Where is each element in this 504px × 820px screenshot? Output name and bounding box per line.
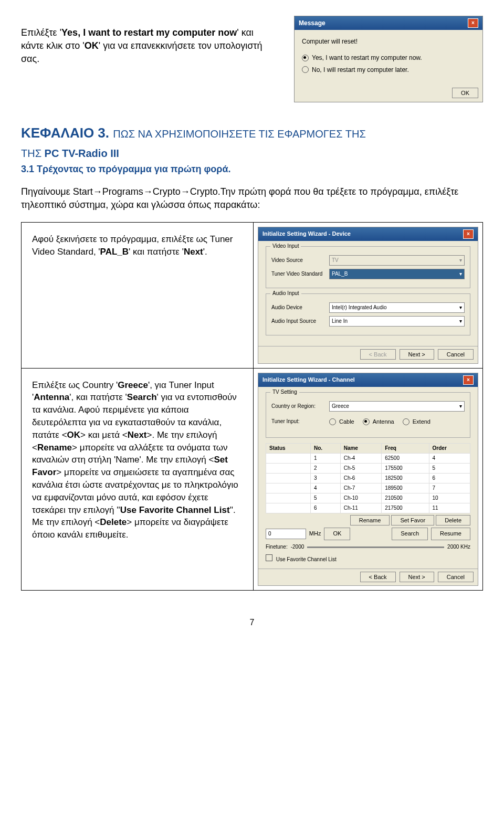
video-source-dropdown[interactable]: TV▾ bbox=[329, 255, 465, 266]
chevron-down-icon: ▾ bbox=[459, 403, 462, 410]
finetune-label: Finetune: bbox=[266, 543, 288, 551]
row1-text: Αφού ξεκινήσετε το πρόγραμμα, επιλέξτε ω… bbox=[22, 223, 254, 367]
table-row[interactable]: 5Ch-1021050010 bbox=[266, 493, 470, 503]
group-video-input: Video Input bbox=[270, 243, 301, 250]
section-title: 3.1 Τρέχοντας το πρόγραμμα για πρώτη φορ… bbox=[21, 163, 483, 176]
table-row[interactable]: 4Ch-71895007 bbox=[266, 483, 470, 493]
th-freq: Freq bbox=[382, 443, 429, 453]
country-dropdown[interactable]: Greece▾ bbox=[329, 401, 465, 412]
cancel-button[interactable]: Cancel bbox=[438, 349, 474, 360]
dialog-title: Message bbox=[299, 19, 326, 28]
wizard-title: Initialize Setting Wizard - Channel bbox=[262, 376, 355, 384]
radio-restart-later[interactable]: No, I will restart my computer later. bbox=[302, 66, 475, 75]
ok-button[interactable]: OK bbox=[452, 88, 478, 98]
label-country: Country or Region: bbox=[271, 403, 329, 410]
label-audio-device: Audio Device bbox=[271, 304, 329, 311]
wizard-device-dialog: Initialize Setting Wizard - Device × Vid… bbox=[258, 227, 478, 363]
search-button[interactable]: Search bbox=[392, 528, 428, 540]
radio-icon bbox=[302, 55, 309, 61]
wizard-title: Initialize Setting Wizard - Device bbox=[262, 230, 351, 238]
ok-button[interactable]: OK bbox=[324, 528, 350, 540]
audio-device-dropdown[interactable]: Intel(r) Integrated Audio▾ bbox=[329, 302, 465, 313]
close-icon[interactable]: × bbox=[463, 229, 474, 239]
radio-cable[interactable]: Cable bbox=[329, 418, 354, 426]
group-tv-setting: TV Setting bbox=[270, 388, 299, 396]
th-no: No. bbox=[310, 443, 340, 453]
use-favorite-label: Use Favorite Channel List bbox=[276, 556, 337, 562]
mhz-label: MHz bbox=[309, 530, 321, 538]
back-button[interactable]: < Back bbox=[360, 572, 396, 582]
intro-paragraph: Επιλέξτε 'Yes, I want to restart my comp… bbox=[21, 16, 273, 102]
finetune-lo: -2000 bbox=[291, 543, 304, 551]
row2-text: Επιλέξτε ως Country 'Greece', για Tuner … bbox=[22, 369, 254, 591]
th-order: Order bbox=[429, 443, 470, 453]
rename-button[interactable]: Rename bbox=[350, 515, 390, 525]
label-video-source: Video Source bbox=[271, 257, 329, 264]
instruction-paragraph: Πηγαίνουμε Start→Programs→Crypto→Crypto.… bbox=[21, 185, 483, 212]
audio-input-source-dropdown[interactable]: Line In▾ bbox=[329, 316, 465, 327]
close-icon[interactable]: × bbox=[468, 18, 478, 28]
set-favor-button[interactable]: Set Favor bbox=[391, 515, 434, 525]
chevron-down-icon: ▾ bbox=[459, 270, 462, 278]
radio-label: Yes, I want to restart my computer now. bbox=[312, 54, 422, 62]
finetune-hi: 2000 KHz bbox=[447, 543, 470, 551]
freq-input[interactable]: 0 bbox=[266, 529, 306, 539]
group-audio-input: Audio Input bbox=[270, 290, 301, 297]
label-tuner-video-standard: Tuner Video Standard bbox=[271, 270, 329, 278]
finetune-slider[interactable] bbox=[307, 546, 444, 548]
cancel-button[interactable]: Cancel bbox=[438, 572, 474, 582]
radio-antenna[interactable]: Antenna bbox=[363, 418, 394, 426]
chapter-title: ΚΕΦΑΛΑΙΟ 3. ΠΩΣ ΝΑ ΧΡΗΣΙΜΟΠΟΙΗΣΕΤΕ ΤΙΣ Ε… bbox=[21, 123, 483, 142]
radio-label: No, I will restart my computer later. bbox=[312, 66, 409, 75]
message-dialog: Message × Computer will reset! Yes, I wa… bbox=[294, 16, 483, 102]
table-row[interactable]: 3Ch-61825006 bbox=[266, 473, 470, 483]
chevron-down-icon: ▾ bbox=[459, 257, 462, 264]
page-number: 7 bbox=[21, 617, 483, 628]
dialog-message: Computer will reset! bbox=[302, 37, 475, 46]
back-button: < Back bbox=[360, 349, 396, 360]
next-button[interactable]: Next > bbox=[400, 572, 434, 582]
next-button[interactable]: Next > bbox=[400, 349, 434, 360]
chevron-down-icon: ▾ bbox=[459, 304, 462, 311]
table-row[interactable]: 1Ch-4625004 bbox=[266, 453, 470, 463]
resume-button[interactable]: Resume bbox=[431, 528, 470, 540]
chevron-down-icon: ▾ bbox=[459, 318, 462, 325]
th-status: Status bbox=[266, 443, 311, 453]
dialog-titlebar: Message × bbox=[295, 16, 482, 30]
label-tuner-input: Tuner Input: bbox=[271, 418, 329, 425]
label-audio-input-source: Audio Input Source bbox=[271, 318, 329, 325]
close-icon[interactable]: × bbox=[463, 375, 474, 385]
channel-table[interactable]: Status No. Name Freq Order 1Ch-46250042C… bbox=[266, 443, 470, 513]
delete-button[interactable]: Delete bbox=[436, 515, 470, 525]
radio-restart-now[interactable]: Yes, I want to restart my computer now. bbox=[302, 54, 475, 62]
th-name: Name bbox=[340, 443, 381, 453]
table-row[interactable]: 2Ch-51755005 bbox=[266, 463, 470, 473]
radio-icon bbox=[302, 66, 309, 73]
tuner-video-standard-dropdown[interactable]: PAL_B▾ bbox=[329, 269, 465, 279]
radio-extend[interactable]: Extend bbox=[403, 418, 430, 426]
chapter-subtitle: ΤΗΣ PC TV-Radio III bbox=[21, 146, 483, 161]
wizard-channel-dialog: Initialize Setting Wizard - Channel × TV… bbox=[258, 373, 478, 586]
use-favorite-checkbox[interactable] bbox=[266, 554, 272, 561]
table-row[interactable]: 6Ch-1121750011 bbox=[266, 503, 470, 513]
